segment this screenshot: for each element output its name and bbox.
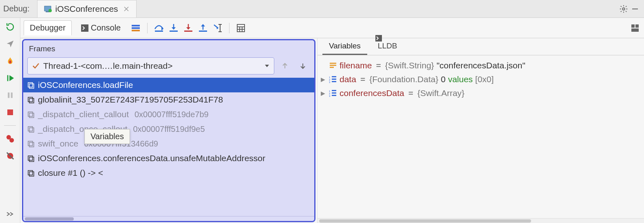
run-config-tab[interactable]: iOSConferences: [37, 0, 137, 17]
pause-icon[interactable]: [4, 90, 16, 101]
var-tail2: [0x0]: [475, 74, 494, 84]
close-tab-icon[interactable]: [122, 5, 130, 13]
svg-rect-29: [635, 24, 639, 28]
svg-rect-40: [29, 142, 34, 147]
tab-lldb[interactable]: LLDB: [369, 32, 404, 55]
thread-name: Thread-1-<com.…le.main-thread>: [43, 61, 172, 71]
frame-row[interactable]: iOSConferences.loadFile: [23, 78, 314, 92]
frame-icon: [27, 155, 35, 162]
frame-text: _dispatch_client_callout: [38, 109, 129, 119]
evaluate-expression-icon[interactable]: [235, 22, 247, 34]
rerun-icon[interactable]: [4, 21, 16, 33]
minimize-icon[interactable]: [629, 3, 641, 15]
var-type: {Swift.String}: [385, 61, 434, 70]
thread-selector[interactable]: Thread-1-<com.…le.main-thread>: [27, 57, 274, 74]
frame-row[interactable]: closure #1 () -> <: [23, 166, 314, 180]
svg-text:3: 3: [329, 81, 331, 83]
svg-rect-46: [330, 63, 336, 64]
prev-frame-icon[interactable]: [278, 59, 292, 73]
step-over-icon[interactable]: [153, 22, 165, 34]
frame-text: iOSConferences.loadFile: [38, 80, 133, 90]
frame-row[interactable]: _dispatch_once_callout0x00007fff519df9e5: [23, 122, 314, 136]
frame-row[interactable]: iOSConferences.conferencesData.unsafeMut…: [23, 151, 314, 166]
svg-rect-30: [631, 28, 639, 32]
svg-rect-22: [218, 31, 222, 32]
var-type-icon: 123: [329, 89, 337, 97]
svg-rect-58: [332, 90, 336, 91]
expand-icon[interactable]: ▶: [321, 90, 326, 96]
svg-rect-44: [29, 172, 34, 176]
svg-rect-34: [29, 98, 34, 103]
mute-breakpoints-icon[interactable]: [4, 150, 16, 162]
variables-h-scrollbar[interactable]: [318, 218, 644, 223]
frames-list[interactable]: iOSConferences.loadFileglobalinit_33_507…: [23, 78, 314, 216]
threads-icon[interactable]: [130, 22, 141, 34]
svg-rect-35: [28, 112, 33, 116]
stop-icon[interactable]: [4, 107, 16, 118]
svg-rect-7: [11, 92, 12, 98]
flame-icon[interactable]: [4, 55, 16, 67]
svg-rect-4: [632, 9, 638, 9]
var-value: "conferencesData.json": [437, 61, 525, 70]
svg-text:3: 3: [329, 95, 331, 97]
frame-icon: [27, 125, 35, 133]
variable-row[interactable]: filename={Swift.String} "conferencesData…: [319, 59, 642, 72]
frame-address: 0x00007fff519de7b9: [135, 110, 209, 119]
step-into-icon[interactable]: [168, 22, 179, 34]
frame-row[interactable]: _dispatch_client_callout0x00007fff519de7…: [23, 107, 314, 122]
variable-row[interactable]: ▶123conferencesData={Swift.Array}: [319, 86, 642, 100]
equals: =: [359, 74, 367, 84]
debugger-toolbar: Debugger Console: [20, 18, 644, 38]
var-type: {Foundation.Data}: [369, 74, 438, 84]
console-icon: [375, 35, 397, 42]
layout-settings-icon[interactable]: [629, 22, 641, 34]
var-type: {Swift.Array}: [417, 88, 465, 98]
variables-panel: Variables LLDB filename={Swift.String} "…: [317, 38, 644, 223]
frame-icon: [27, 140, 35, 147]
var-name: conferencesData: [340, 88, 404, 98]
svg-rect-31: [28, 83, 33, 87]
resume-icon[interactable]: [4, 72, 16, 84]
frame-row[interactable]: globalinit_33_5072E7243F7195705F253D41F7…: [23, 92, 314, 107]
navigate-icon[interactable]: [4, 38, 16, 50]
svg-rect-15: [132, 30, 140, 31]
left-toolbar: [0, 18, 20, 223]
variables-list[interactable]: filename={Swift.String} "conferencesData…: [318, 55, 644, 218]
svg-rect-36: [29, 113, 34, 118]
tab-debugger[interactable]: Debugger: [24, 20, 72, 35]
svg-rect-54: [332, 81, 336, 82]
more-icon[interactable]: [4, 208, 16, 220]
svg-rect-43: [28, 171, 33, 175]
tab-variables[interactable]: Variables: [322, 38, 367, 55]
run-to-cursor-icon[interactable]: [212, 22, 223, 34]
frame-text: closure #1 () -> <: [38, 168, 103, 178]
svg-rect-23: [237, 24, 245, 32]
var-value: 0: [441, 74, 446, 84]
chevron-down-icon: [264, 63, 270, 69]
frame-text: globalinit_33_5072E7243F7195705F253D41F7…: [38, 95, 223, 105]
svg-point-10: [9, 138, 14, 142]
separator: [147, 23, 148, 33]
svg-rect-32: [29, 84, 34, 88]
frame-text: iOSConferences.conferencesData.unsafeMut…: [38, 153, 265, 163]
svg-rect-33: [28, 97, 33, 102]
svg-rect-6: [8, 92, 9, 98]
variable-row[interactable]: ▶123data={Foundation.Data} 0 values [0x0…: [319, 72, 642, 86]
step-out-icon[interactable]: [197, 22, 209, 34]
separator: [229, 23, 229, 33]
frame-icon: [27, 111, 35, 118]
frame-row[interactable]: swift_once0x00007fff513466d9: [23, 136, 314, 151]
settings-gear-icon[interactable]: [618, 3, 629, 15]
svg-rect-18: [184, 31, 192, 32]
force-step-into-icon[interactable]: [183, 22, 194, 34]
frame-address: 0x00007fff519df9e5: [133, 125, 205, 134]
expand-icon[interactable]: ▶: [321, 76, 326, 83]
next-frame-icon[interactable]: [296, 59, 310, 73]
frames-h-scrollbar[interactable]: [23, 216, 314, 221]
var-tail: values: [448, 74, 473, 84]
frame-text: swift_once: [38, 139, 78, 149]
view-breakpoints-icon[interactable]: [4, 133, 16, 144]
svg-rect-47: [330, 65, 336, 66]
tab-console[interactable]: Console: [75, 20, 127, 35]
titlebar: Debug: iOSConferences: [0, 0, 644, 18]
